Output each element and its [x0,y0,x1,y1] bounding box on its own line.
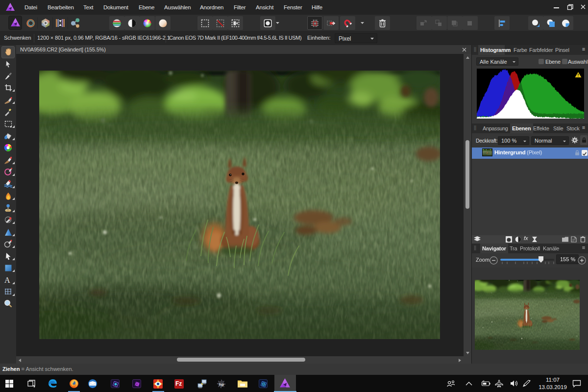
svg-text:hp: hp [219,382,224,387]
